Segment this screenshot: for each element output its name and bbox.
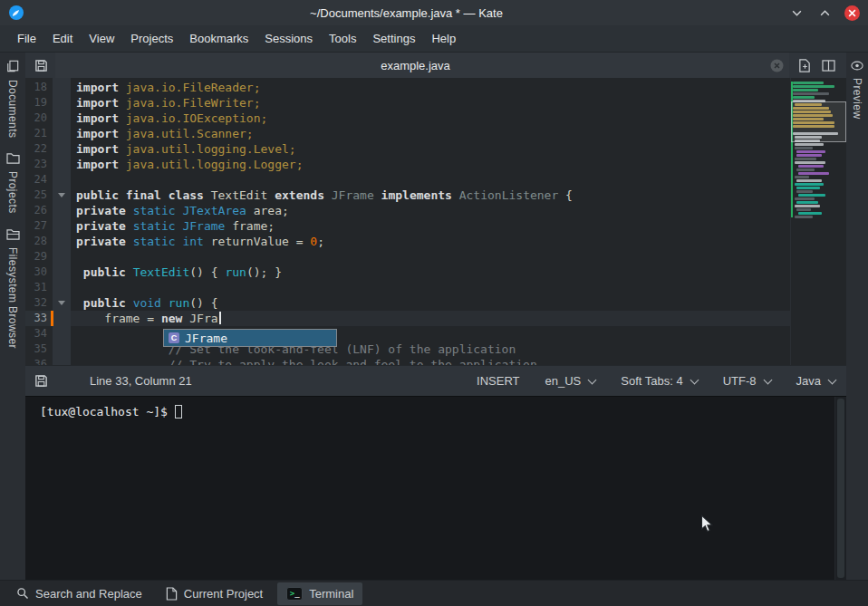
input-mode[interactable]: INSERT	[477, 374, 519, 388]
line-number[interactable]: 29	[25, 249, 53, 265]
kate-app-icon[interactable]	[8, 5, 24, 21]
code-line[interactable]	[76, 280, 790, 295]
line-number[interactable]: 35	[25, 341, 53, 357]
terminal-panel[interactable]: [tux@localhost ~]$	[25, 396, 846, 580]
chevron-down-icon	[690, 375, 699, 384]
completion-item-jframe[interactable]: JFrame	[185, 332, 227, 345]
toolview-search-and-replace[interactable]: Search and Replace	[7, 582, 151, 605]
minimap-line	[795, 216, 813, 218]
icon-border-cell	[53, 265, 71, 280]
minimap-line	[793, 89, 818, 91]
editor-area: 18192021222324252627282930313233343536 i…	[25, 78, 846, 365]
line-number[interactable]: 36	[25, 357, 53, 365]
preview-icon	[851, 60, 863, 73]
mouse-cursor	[700, 515, 714, 537]
terminal-scrollbar-thumb[interactable]	[837, 399, 844, 578]
menu-sessions[interactable]: Sessions	[256, 27, 321, 50]
line-number[interactable]: 19	[25, 95, 53, 111]
line-number[interactable]: 20	[25, 111, 53, 126]
language-select[interactable]: Java	[796, 374, 835, 388]
minimap-line	[796, 190, 813, 193]
line-number[interactable]: 18	[25, 80, 53, 95]
code-lines[interactable]: import java.io.FileReader;import java.io…	[71, 78, 790, 365]
tab-mode-select[interactable]: Soft Tabs: 4	[621, 374, 697, 388]
split-view-icon[interactable]	[822, 60, 835, 72]
line-number[interactable]: 31	[25, 280, 53, 295]
code-line[interactable]: // Try to apply the look and feel to the…	[76, 357, 790, 365]
menu-edit[interactable]: Edit	[44, 27, 81, 50]
minimap-line	[793, 96, 815, 99]
line-number[interactable]: 32	[25, 295, 53, 311]
icon-border-cell	[53, 280, 71, 295]
save-document-icon[interactable]	[34, 59, 48, 72]
line-number[interactable]: 21	[25, 126, 53, 141]
minimap-line	[796, 154, 822, 157]
line-number[interactable]: 26	[25, 203, 53, 218]
save-icon[interactable]	[34, 374, 48, 388]
toolview-current-project[interactable]: Current Project	[157, 582, 272, 605]
line-number[interactable]: 24	[25, 172, 53, 188]
minimap-line	[798, 194, 825, 197]
menu-view[interactable]: View	[81, 27, 122, 50]
line-number[interactable]: 33	[25, 311, 53, 326]
line-number[interactable]: 34	[25, 326, 53, 341]
minimap-viewport[interactable]	[791, 101, 846, 142]
line-number[interactable]: 25	[25, 188, 53, 203]
documents-icon	[6, 60, 19, 75]
kate-window: ~/Documents/example.java * — Kate File E…	[0, 0, 868, 606]
dictionary-select[interactable]: en_US	[545, 374, 596, 388]
line-number[interactable]: 27	[25, 218, 53, 234]
completion-class-icon: C	[169, 332, 179, 343]
sidebar-item-filesystem-browser[interactable]: Filesystem Browser	[6, 226, 20, 351]
code-line[interactable]: public final class TextEdit extends JFra…	[76, 188, 790, 203]
line-number[interactable]: 28	[25, 234, 53, 249]
menu-help[interactable]: Help	[423, 27, 464, 50]
line-numbers[interactable]: 18192021222324252627282930313233343536	[25, 78, 53, 365]
menu-tools[interactable]: Tools	[321, 27, 364, 50]
terminal-scrollbar[interactable]	[834, 397, 846, 580]
code-line[interactable]: private static JFrame frame;	[76, 218, 790, 234]
sidebar-item-projects[interactable]: Projects	[6, 150, 20, 216]
code-line[interactable]: import java.io.IOException;	[76, 111, 790, 126]
menu-settings[interactable]: Settings	[364, 27, 423, 50]
tab-example-java[interactable]: example.java	[55, 53, 789, 78]
menu-bookmarks[interactable]: Bookmarks	[181, 27, 256, 50]
code-line[interactable]: public TextEdit() { run(); }	[76, 265, 790, 280]
line-number[interactable]: 23	[25, 157, 53, 172]
cursor-position[interactable]: Line 33, Column 21	[90, 374, 192, 388]
search-icon	[16, 587, 29, 600]
code-line[interactable]: import java.util.logging.Level;	[76, 141, 790, 157]
maximize-icon[interactable]	[816, 5, 833, 21]
menu-projects[interactable]: Projects	[122, 27, 181, 50]
code-line[interactable]: import java.util.logging.Logger;	[76, 157, 790, 172]
code-line[interactable]: import java.util.Scanner;	[76, 126, 790, 141]
menu-file[interactable]: File	[9, 27, 44, 50]
minimize-icon[interactable]	[788, 5, 805, 21]
code-line[interactable]: frame = new JFra	[71, 311, 790, 326]
icon-border-cell	[53, 341, 71, 357]
code-line[interactable]: public void run() {	[76, 295, 790, 311]
fold-arrow-icon[interactable]	[53, 188, 71, 203]
code-line[interactable]	[76, 172, 790, 188]
minimap-scrollbar[interactable]	[790, 78, 846, 365]
encoding-value: UTF-8	[723, 374, 757, 388]
close-icon[interactable]	[844, 5, 860, 21]
tab-close-icon[interactable]	[770, 59, 784, 72]
encoding-select[interactable]: UTF-8	[723, 374, 771, 388]
line-number[interactable]: 30	[25, 265, 53, 280]
code-line[interactable]	[76, 249, 790, 265]
code-line[interactable]: import java.io.FileWriter;	[76, 95, 790, 111]
line-number[interactable]: 22	[25, 141, 53, 157]
minimap-line	[798, 165, 824, 168]
icon-border	[53, 78, 71, 365]
code-line[interactable]: private static int returnValue = 0;	[76, 234, 790, 249]
sidebar-item-preview[interactable]: Preview	[851, 58, 863, 120]
new-document-icon[interactable]	[798, 59, 811, 72]
toolview-terminal[interactable]: >_ Terminal	[277, 582, 362, 605]
sidebar-item-documents[interactable]: Documents	[6, 58, 19, 139]
terminal-icon: >_	[286, 587, 303, 601]
fold-arrow-icon[interactable]	[53, 295, 71, 311]
minimap-line	[795, 143, 824, 146]
code-line[interactable]: import java.io.FileReader;	[76, 80, 790, 95]
code-line[interactable]: private static JTextArea area;	[76, 203, 790, 218]
